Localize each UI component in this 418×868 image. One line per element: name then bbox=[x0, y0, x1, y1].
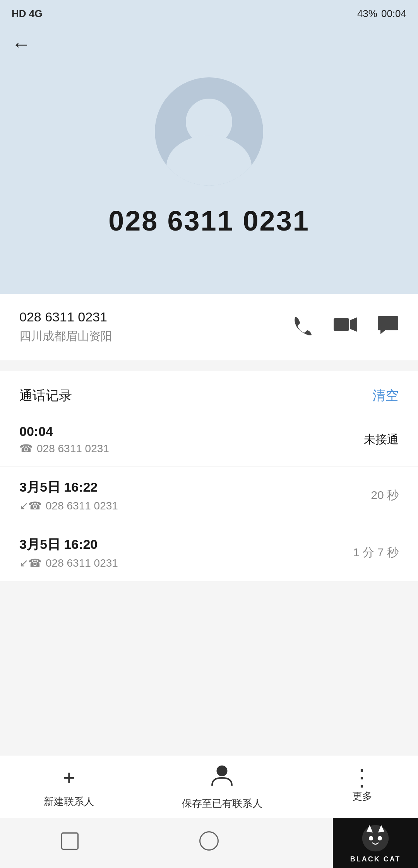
contact-details: 028 6311 0231 四川成都眉山资阳 bbox=[19, 309, 112, 344]
video-call-icon[interactable] bbox=[333, 315, 358, 339]
battery-indicator: 43% bbox=[357, 8, 377, 20]
contact-location: 四川成都眉山资阳 bbox=[19, 328, 112, 344]
call-records-title: 通话记录 bbox=[19, 387, 72, 405]
svg-rect-0 bbox=[334, 318, 349, 331]
call-phone-row-1: ☎ 028 6311 0231 bbox=[19, 442, 109, 455]
svg-point-3 bbox=[362, 825, 389, 851]
network-indicator: HD 4G bbox=[12, 8, 42, 20]
back-button[interactable]: ← bbox=[12, 33, 31, 55]
nav-bar: BLACK CAT bbox=[0, 818, 418, 868]
call-record-item-3: 3月5日 16:20 ↙☎ 028 6311 0231 1 分 7 秒 bbox=[0, 524, 418, 581]
person-icon bbox=[211, 764, 233, 792]
call-time-2: 3月5日 16:22 bbox=[19, 478, 118, 496]
call-record-left-2: 3月5日 16:22 ↙☎ 028 6311 0231 bbox=[19, 478, 118, 512]
new-contact-button[interactable]: + 新建联系人 bbox=[44, 765, 94, 808]
time-indicator: 00:04 bbox=[381, 8, 406, 20]
call-records-header: 通话记录 清空 bbox=[0, 371, 418, 412]
call-phone-1: 028 6311 0231 bbox=[37, 443, 109, 455]
call-time-3: 3月5日 16:20 bbox=[19, 536, 118, 554]
call-icon[interactable] bbox=[292, 314, 314, 340]
call-time-1: 00:04 bbox=[19, 424, 109, 439]
more-icon: ⋮ bbox=[350, 771, 374, 785]
message-icon[interactable] bbox=[377, 314, 399, 340]
call-phone-row-3: ↙☎ 028 6311 0231 bbox=[19, 557, 118, 569]
call-phone-2: 028 6311 0231 bbox=[46, 500, 118, 512]
call-record-item-2: 3月5日 16:22 ↙☎ 028 6311 0231 20 秒 bbox=[0, 467, 418, 524]
call-phone-3: 028 6311 0231 bbox=[46, 557, 118, 569]
svg-marker-1 bbox=[350, 317, 357, 332]
status-right: 43% 00:04 bbox=[357, 8, 406, 20]
black-cat-logo-icon bbox=[360, 823, 391, 854]
call-duration-2: 20 秒 bbox=[371, 487, 399, 503]
save-contact-label: 保存至已有联系人 bbox=[182, 797, 262, 810]
square-icon bbox=[61, 832, 79, 850]
svg-point-2 bbox=[217, 765, 228, 776]
black-cat-text: BLACK CAT bbox=[350, 855, 401, 863]
more-label: 更多 bbox=[352, 789, 372, 803]
call-type-icon-2: ↙☎ bbox=[19, 499, 42, 512]
call-type-icon-3: ↙☎ bbox=[19, 557, 42, 569]
new-contact-label: 新建联系人 bbox=[44, 795, 94, 808]
more-button[interactable]: ⋮ 更多 bbox=[350, 771, 374, 803]
avatar-body bbox=[166, 135, 252, 186]
svg-point-6 bbox=[369, 836, 373, 840]
contact-phone: 028 6311 0231 bbox=[19, 309, 112, 325]
svg-point-7 bbox=[378, 836, 382, 840]
call-record-left-3: 3月5日 16:20 ↙☎ 028 6311 0231 bbox=[19, 536, 118, 569]
clear-button[interactable]: 清空 bbox=[372, 387, 399, 405]
status-left: HD 4G bbox=[12, 8, 42, 20]
call-phone-row-2: ↙☎ 028 6311 0231 bbox=[19, 499, 118, 512]
contact-info-section: 028 6311 0231 四川成都眉山资阳 bbox=[0, 294, 418, 360]
circle-icon bbox=[199, 831, 219, 851]
hero-area: ← 028 6311 0231 bbox=[0, 0, 418, 294]
avatar bbox=[155, 77, 263, 186]
call-type-icon-1: ☎ bbox=[19, 442, 33, 455]
contact-actions bbox=[292, 314, 399, 340]
bottom-action-bar: + 新建联系人 保存至已有联系人 ⋮ 更多 bbox=[0, 756, 418, 818]
plus-icon: + bbox=[63, 765, 75, 790]
call-record-left-1: 00:04 ☎ 028 6311 0231 bbox=[19, 424, 109, 455]
call-record-item: 00:04 ☎ 028 6311 0231 未接通 bbox=[0, 412, 418, 467]
nav-home-button[interactable] bbox=[54, 825, 85, 856]
save-contact-button[interactable]: 保存至已有联系人 bbox=[182, 764, 262, 810]
nav-back-button[interactable] bbox=[194, 825, 224, 856]
hero-phone-number: 028 6311 0231 bbox=[108, 205, 309, 237]
black-cat-watermark: BLACK CAT bbox=[333, 818, 418, 868]
call-records-section: 通话记录 清空 00:04 ☎ 028 6311 0231 未接通 3月5日 1… bbox=[0, 371, 418, 581]
status-bar: HD 4G 43% 00:04 bbox=[0, 0, 418, 27]
call-duration-1: 未接通 bbox=[364, 432, 399, 448]
call-duration-3: 1 分 7 秒 bbox=[353, 545, 399, 560]
